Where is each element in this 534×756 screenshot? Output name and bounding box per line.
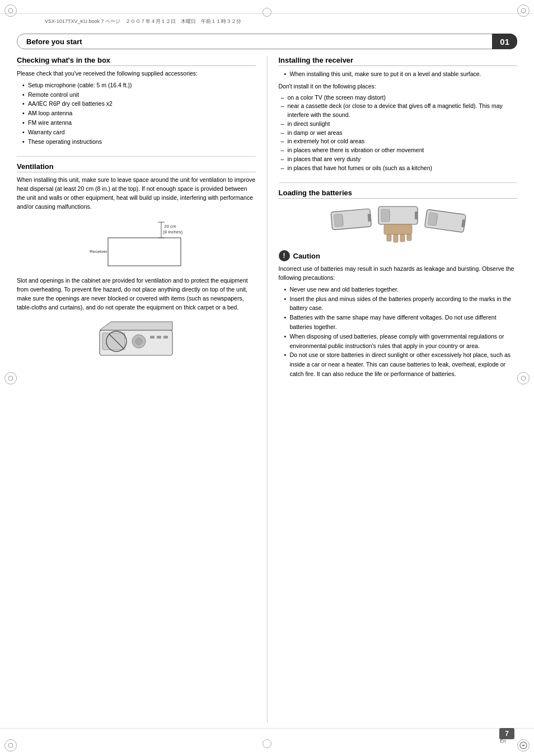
list-item: Never use new and old batteries together…: [284, 285, 518, 294]
svg-rect-25: [334, 214, 343, 227]
caution-icon: !: [279, 250, 290, 261]
list-item: in damp or wet areas: [281, 129, 518, 138]
batteries-image: [279, 202, 518, 247]
left-column: Checking what's in the box Please check …: [17, 56, 268, 722]
svg-rect-17: [150, 336, 154, 339]
ventilation-para2: Slot and openings in the cabinet are pro…: [17, 276, 256, 312]
svg-point-0: [8, 8, 13, 13]
svg-rect-24: [367, 214, 371, 222]
list-item: in direct sunlight: [281, 120, 518, 129]
svg-rect-32: [387, 234, 391, 241]
center-crosshair-top: [263, 8, 271, 17]
page-title: Before you start: [26, 37, 82, 46]
svg-point-1: [521, 8, 526, 13]
checking-list: Setup microphone (cable: 5 m (16.4 ft.))…: [17, 81, 256, 147]
svg-rect-19: [163, 336, 168, 339]
checking-title: Checking what's in the box: [17, 56, 256, 66]
checking-intro: Please check that you've received the fo…: [17, 69, 256, 78]
corner-tr: [517, 4, 530, 17]
batteries-svg: [325, 204, 471, 246]
ventilation-svg: 20 cm (8 inches) Receiver: [88, 217, 192, 270]
svg-marker-20: [100, 322, 172, 330]
list-item: These operating instructions: [22, 137, 256, 147]
corner-mr: [517, 372, 530, 384]
list-item: Do not use or store batteries in direct …: [284, 350, 518, 378]
caution-intro: Incorrect use of batteries may result in…: [279, 265, 518, 283]
svg-text:Receiver: Receiver: [90, 249, 107, 254]
list-item: Remote control unit: [22, 90, 256, 100]
page-number: 7: [499, 728, 514, 739]
corner-ml: [4, 372, 17, 384]
ventilation-title: Ventilation: [17, 162, 256, 172]
installing-bullet-list: When installing this unit, make sure to …: [279, 69, 518, 79]
svg-rect-6: [108, 238, 181, 266]
loading-section: Loading the batteries: [279, 189, 518, 378]
list-item: Setup microphone (cable: 5 m (16.4 ft.)): [22, 81, 256, 90]
svg-rect-14: [102, 333, 125, 350]
list-item: FM wire antenna: [22, 118, 256, 128]
page-lang: En: [500, 738, 506, 744]
svg-rect-29: [381, 209, 390, 222]
list-item: in extremely hot or cold areas: [281, 137, 518, 146]
list-item: Warranty card: [22, 128, 256, 137]
installing-title: Installing the receiver: [279, 56, 518, 66]
checking-section: Checking what's in the box Please check …: [17, 56, 256, 146]
content-area: Checking what's in the box Please check …: [17, 56, 517, 722]
list-item: Batteries with the same shape may have d…: [284, 313, 518, 332]
list-item: near a cassette deck (or close to a devi…: [281, 102, 518, 120]
list-item: AM loop antenna: [22, 109, 256, 118]
loading-title: Loading the batteries: [279, 189, 518, 199]
list-item: in places where there is vibration or ot…: [281, 146, 518, 155]
list-item: Insert the plus and minus sides of the b…: [284, 294, 518, 313]
list-item: in places that have hot fumes or oils (s…: [281, 164, 518, 173]
svg-point-16: [135, 338, 142, 345]
svg-rect-35: [407, 234, 411, 241]
section-divider: [17, 156, 256, 157]
list-item: on a color TV (the screen may distort): [281, 93, 518, 102]
list-item: When disposing of used batteries, please…: [284, 332, 518, 351]
dont-list: on a color TV (the screen may distort) n…: [279, 93, 518, 173]
svg-text:20 cm: 20 cm: [164, 224, 176, 229]
page-wrapper: VSX-1017TXV_KU.book 7 ページ ２００７年４月１２日 木曜日…: [0, 0, 534, 756]
svg-rect-31: [384, 224, 412, 234]
ventilation-section: Ventilation When installing this unit, m…: [17, 162, 256, 361]
list-item: When installing this unit, make sure to …: [284, 69, 518, 79]
ventilation-para1: When installing this unit, make sure to …: [17, 176, 256, 211]
corner-tl: [4, 4, 17, 17]
svg-rect-28: [415, 212, 418, 219]
list-item: in places that are very dusty: [281, 155, 518, 164]
section-divider-2: [279, 182, 518, 183]
svg-text:(8 inches): (8 inches): [163, 229, 182, 234]
dont-intro: Don't install it on the following places…: [279, 82, 518, 91]
svg-rect-33: [394, 234, 398, 242]
svg-rect-34: [400, 234, 405, 242]
installing-section: Installing the receiver When installing …: [279, 56, 518, 172]
receiver-image: [94, 316, 178, 361]
page-section-number: 01: [492, 34, 517, 49]
bottom-bar: 7 En: [0, 728, 534, 756]
caution-header: ! Caution: [279, 250, 518, 261]
ventilation-diagram: 20 cm (8 inches) Receiver: [88, 217, 184, 271]
right-column: Installing the receiver When installing …: [268, 56, 518, 722]
svg-rect-18: [157, 336, 161, 339]
jp-header: VSX-1017TXV_KU.book 7 ページ ２００７年４月１２日 木曜日…: [45, 18, 241, 25]
caution-title: Caution: [293, 252, 320, 260]
svg-point-4: [8, 376, 13, 381]
svg-point-5: [521, 376, 526, 381]
caution-list: Never use new and old batteries together…: [279, 285, 518, 379]
header-bar: Before you start 01: [17, 34, 517, 49]
list-item: AA/IEC R6P dry cell batteries x2: [22, 99, 256, 109]
